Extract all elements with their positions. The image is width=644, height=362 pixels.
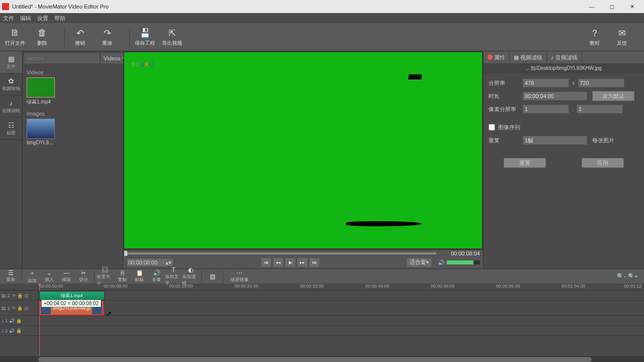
track-header-a2[interactable]: ♪ 2🔊 🔒 [0, 326, 38, 336]
tl-text-button[interactable]: T添加文字 [165, 269, 182, 284]
tl-insert-button[interactable]: ⌄插入 [41, 269, 58, 284]
track-v1[interactable]: timgDYL93KHW.jp [38, 301, 644, 316]
tl-resize-button[interactable]: ⿴改变大小 [97, 269, 114, 284]
track-header-v1[interactable]: ▤ 1👁 🔒 ▤ [0, 301, 38, 316]
par-label: 像素分辨率 [489, 106, 523, 113]
title-bar: Untitled* - MovieMator Video Editor Pro … [0, 0, 644, 13]
mail-icon: ✉ [616, 28, 627, 39]
timecode-input[interactable]: 00:00:00:00▴▾ [126, 258, 174, 267]
track-a2[interactable] [38, 326, 644, 336]
list-icon: ☰ [8, 269, 14, 277]
play-button[interactable]: ▶ [285, 258, 295, 267]
media-section-videos: Videos [27, 69, 119, 75]
prop-tab-video-filter[interactable]: ▦视频滤镜 [510, 51, 547, 63]
video-canvas[interactable]: YOUKU [124, 52, 482, 248]
media-thumb-image[interactable]: timgDYL9... [27, 119, 57, 145]
volume-slider[interactable] [447, 260, 480, 264]
tl-zoom-controls: 🔍- 🔍+ [617, 273, 642, 280]
tl-volume-button[interactable]: 🔊音量 [148, 269, 165, 284]
skip-end-button[interactable]: ⏭ [309, 258, 319, 267]
help-icon: ？ [589, 28, 600, 39]
close-button[interactable]: ✕ [622, 0, 642, 13]
prop-tab-attributes[interactable]: 属性 [484, 51, 510, 63]
tutorial-button[interactable]: ？教程 [585, 25, 605, 50]
tl-remove-button[interactable]: —移除 [58, 269, 75, 284]
redo-icon: ↷ [102, 28, 113, 39]
minimize-button[interactable]: — [582, 0, 602, 13]
reset-button[interactable]: 重置 [504, 158, 546, 168]
delete-button[interactable]: 🗑删除 [32, 25, 52, 50]
duration-label: 时长 [489, 93, 523, 100]
repeat-input[interactable] [523, 136, 587, 145]
search-input[interactable] [25, 53, 99, 63]
zoom-in-button[interactable]: 🔍+ [628, 273, 638, 280]
menu-help[interactable]: 帮助 [54, 15, 65, 22]
zoom-out-button[interactable]: 🔍- [617, 273, 626, 280]
time-ruler[interactable]: 00:00:00:00 00:00:08:00 00:00:16:00 00:0… [38, 284, 644, 291]
transition-icon: ✿ [8, 77, 14, 85]
image-sequence-checkbox[interactable] [489, 123, 495, 132]
timeline-scrollbar[interactable] [0, 356, 644, 362]
step-fwd-button[interactable]: ▸▸ [297, 258, 307, 267]
tl-split-button[interactable]: ✂切分 [75, 269, 92, 284]
step-back-button[interactable]: ◂◂ [273, 258, 283, 267]
folder-icon: ▦ [8, 55, 15, 63]
left-tab-transitions[interactable]: ✿视频转场 [0, 73, 22, 96]
seek-bar[interactable]: 00:00:08:04 [123, 249, 483, 256]
save-project-button[interactable]: 💾保存工程 [135, 25, 155, 50]
track-header-v2[interactable]: ▤ 2👁 🔒 ▤ [0, 291, 38, 301]
skip-start-button[interactable]: ⏮ [261, 258, 271, 267]
left-tab-audio-filters[interactable]: ♪音频滤镜 [0, 96, 22, 118]
chroma-icon: ⋯ [236, 269, 243, 277]
mouse-cursor-icon [106, 310, 111, 317]
left-tab-files[interactable]: ▦文件 [0, 51, 22, 73]
tl-copy-button[interactable]: ⎘复制 [114, 269, 131, 284]
track-a1[interactable] [38, 316, 644, 326]
prop-tab-audio-filter[interactable]: ♪音频滤镜 [547, 51, 582, 63]
undo-button[interactable]: ↶撤销 [70, 25, 90, 50]
resize-icon: ⿴ [102, 266, 108, 274]
duration-input[interactable] [523, 92, 587, 101]
tl-chroma-button[interactable]: ⋯绿屏抠像 [225, 269, 254, 284]
tl-menu-button[interactable]: ☰菜单 [2, 269, 19, 284]
left-tab-stickers[interactable]: ☷贴图 [0, 118, 22, 140]
menu-edit[interactable]: 编辑 [20, 15, 31, 22]
timeline-clip-video[interactable]: 绿幕1.mp4 [39, 291, 105, 300]
tl-add-button[interactable]: ＋添加 [24, 269, 41, 284]
zoom-fit-select[interactable]: 适合窗▾ [407, 258, 432, 267]
total-time: 00:00:08:04 [451, 250, 483, 256]
maximize-button[interactable]: ◻ [602, 0, 622, 13]
tl-cover-button[interactable]: ▨ [204, 269, 221, 284]
resolution-height-input[interactable] [578, 78, 624, 87]
tl-filter-button[interactable]: ◐添加滤镜 [182, 269, 199, 284]
timeline-tracks[interactable]: 00:00:00:00 00:00:08:00 00:00:16:00 00:0… [38, 284, 644, 356]
copy-icon: ⎘ [121, 269, 124, 277]
apply-button[interactable]: 应用 [582, 158, 624, 168]
par-a-input[interactable] [523, 105, 569, 114]
track-v2[interactable]: 绿幕1.mp4 +00:04:02 = 00:00:08:02 [38, 291, 644, 301]
media-thumb-video[interactable]: 绿幕1.mp4 [27, 77, 57, 106]
properties-panel: 属性 ▦视频滤镜 ♪音频滤镜 …拍/Desktop/timgDYL93KHW.j… [483, 51, 644, 268]
volume-icon[interactable]: 🔊 [438, 259, 445, 266]
menu-file[interactable]: 文件 [3, 15, 14, 22]
resolution-width-input[interactable] [523, 78, 569, 87]
tl-paste-button[interactable]: 📋粘贴 [131, 269, 148, 284]
redo-button[interactable]: ↷重做 [97, 25, 117, 50]
open-file-button[interactable]: 🗎打开文件 [5, 25, 25, 50]
window-title: Untitled* - MovieMator Video Editor Pro [12, 4, 582, 10]
seek-handle[interactable] [124, 251, 127, 256]
set-default-button[interactable]: 设为默认 [592, 91, 634, 101]
media-section-images: Images [27, 111, 119, 117]
resolution-label: 分辨率 [489, 79, 523, 87]
menu-settings[interactable]: 设置 [37, 15, 48, 22]
par-b-input[interactable] [577, 105, 623, 114]
separator [64, 27, 65, 47]
export-video-button[interactable]: ⇱导出视频 [162, 25, 182, 50]
menu-bar: 文件 编辑 设置 帮助 [0, 13, 644, 23]
feedback-button[interactable]: ✉反馈 [612, 25, 632, 50]
scrollbar-thumb[interactable] [38, 357, 592, 362]
media-search-row: Videos [23, 51, 123, 65]
track-header-a1[interactable]: ♪ 1🔊 🔒 [0, 316, 38, 326]
paste-icon: 📋 [136, 269, 143, 277]
repeat-unit: 每张图片 [592, 137, 614, 144]
